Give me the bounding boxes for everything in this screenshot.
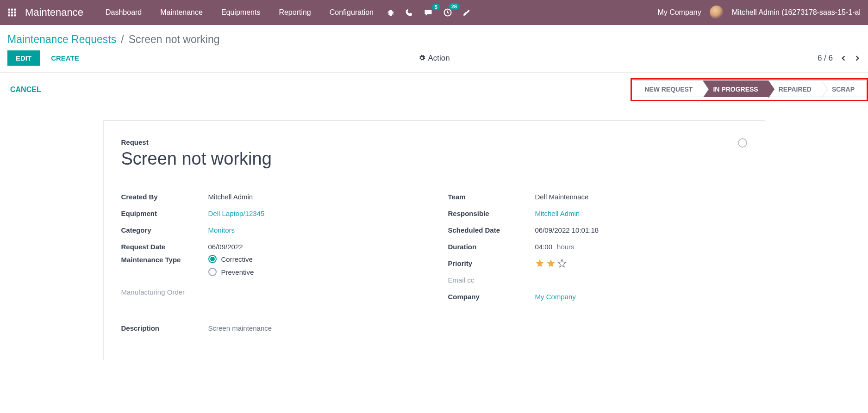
label-scheduled-date: Scheduled Date: [448, 226, 535, 234]
field-grid: Created ByMitchell Admin EquipmentDell L…: [121, 188, 747, 305]
label-manufacturing-order: Manufacturing Order: [121, 288, 208, 296]
value-description: Screen maintenance: [208, 324, 272, 332]
action-dropdown[interactable]: Action: [418, 54, 450, 63]
svg-rect-8: [14, 14, 16, 16]
breadcrumb-sep: /: [121, 33, 124, 46]
pager: 6 / 6: [818, 54, 861, 63]
status-steps: NEW REQUEST IN PROGRESS REPAIRED SCRAP: [634, 80, 865, 97]
value-team: Dell Maintennace: [535, 193, 589, 201]
priority-stars: [535, 259, 567, 268]
messages-badge: 5: [432, 4, 440, 10]
svg-rect-6: [8, 14, 10, 16]
value-scheduled-date: 06/09/2022 10:01:18: [535, 226, 599, 234]
radio-preventive-label: Preventive: [221, 268, 254, 276]
nav-icon-tray: 5 28: [387, 8, 471, 17]
label-company: Company: [448, 293, 535, 301]
value-equipment[interactable]: Dell Laptop/12345: [208, 210, 265, 217]
label-email-cc: Email cc: [448, 276, 535, 284]
left-column: Created ByMitchell Admin EquipmentDell L…: [121, 188, 420, 305]
tools-icon[interactable]: [462, 8, 471, 17]
svg-rect-7: [11, 14, 13, 16]
gear-icon: [418, 55, 425, 62]
label-responsible: Responsible: [448, 210, 535, 217]
action-label: Action: [428, 54, 450, 63]
value-company[interactable]: My Company: [535, 293, 576, 301]
value-responsible[interactable]: Mitchell Admin: [535, 210, 580, 217]
nav-configuration[interactable]: Configuration: [320, 8, 383, 17]
svg-rect-0: [8, 9, 10, 11]
value-request-date: 06/09/2022: [208, 243, 243, 251]
status-scrap[interactable]: SCRAP: [822, 80, 865, 97]
svg-rect-5: [14, 12, 16, 13]
star-2[interactable]: [546, 259, 556, 268]
status-row: CANCEL NEW REQUEST IN PROGRESS REPAIRED …: [0, 73, 868, 107]
pager-text: 6 / 6: [818, 54, 833, 63]
messages-icon[interactable]: 5: [424, 8, 433, 17]
edit-button[interactable]: EDIT: [7, 50, 40, 66]
duration-unit: hours: [557, 243, 575, 251]
bug-icon[interactable]: [387, 8, 395, 17]
label-team: Team: [448, 193, 535, 201]
apps-icon[interactable]: [7, 8, 17, 17]
create-button[interactable]: CREATE: [51, 54, 79, 62]
value-created-by: Mitchell Admin: [208, 193, 253, 201]
breadcrumb-current: Screen not working: [129, 33, 220, 46]
label-description: Description: [121, 324, 208, 332]
maintenance-type-radios: Corrective Preventive: [208, 255, 254, 281]
radio-corrective[interactable]: [208, 255, 217, 263]
divider: [0, 107, 868, 107]
pager-next[interactable]: [854, 54, 861, 63]
label-category: Category: [121, 226, 208, 234]
value-duration: 04:00: [535, 243, 553, 251]
status-highlight-box: NEW REQUEST IN PROGRESS REPAIRED SCRAP: [631, 78, 868, 101]
nav-menu: Dashboard Maintenance Equipments Reporti…: [96, 8, 383, 17]
nav-maintenance[interactable]: Maintenance: [151, 8, 212, 17]
nav-dashboard[interactable]: Dashboard: [96, 8, 151, 17]
nav-reporting[interactable]: Reporting: [269, 8, 320, 17]
record-title: Screen not working: [121, 149, 747, 169]
control-bar: EDIT CREATE Action 6 / 6: [0, 50, 868, 72]
top-navbar: Maintenance Dashboard Maintenance Equipm…: [0, 0, 868, 25]
label-equipment: Equipment: [121, 210, 208, 217]
breadcrumb-parent[interactable]: Maintenance Requests: [7, 33, 116, 46]
request-label: Request: [121, 138, 747, 146]
phone-icon[interactable]: [405, 8, 413, 17]
label-created-by: Created By: [121, 193, 208, 201]
svg-rect-4: [11, 12, 13, 13]
svg-rect-1: [11, 9, 13, 11]
value-category[interactable]: Monitors: [208, 226, 235, 234]
label-maintenance-type: Maintenance Type: [121, 255, 208, 264]
status-in-progress[interactable]: IN PROGRESS: [703, 80, 768, 97]
form-sheet: Request Screen not working Created ByMit…: [103, 120, 765, 360]
nav-equipments[interactable]: Equipments: [212, 8, 270, 17]
star-3[interactable]: [557, 259, 567, 268]
status-new-request[interactable]: NEW REQUEST: [634, 80, 703, 97]
radio-corrective-label: Corrective: [221, 255, 253, 263]
description-row: Description Screen maintenance: [121, 324, 747, 332]
breadcrumb: Maintenance Requests / Screen not workin…: [0, 25, 868, 50]
pager-prev[interactable]: [840, 54, 847, 63]
brand-title[interactable]: Maintenance: [25, 6, 83, 18]
svg-rect-3: [8, 12, 10, 13]
activities-badge: 28: [449, 3, 460, 10]
cancel-button[interactable]: CANCEL: [10, 86, 41, 94]
user-menu[interactable]: Mitchell Admin (16273178-saas-15-1-al: [732, 8, 861, 17]
svg-rect-2: [14, 9, 16, 11]
right-column: TeamDell Maintennace ResponsibleMitchell…: [448, 188, 747, 305]
nav-right: My Company Mitchell Admin (16273178-saas…: [657, 6, 861, 19]
label-request-date: Request Date: [121, 243, 208, 251]
label-priority: Priority: [448, 259, 535, 267]
star-1[interactable]: [535, 259, 544, 268]
radio-preventive[interactable]: [208, 268, 217, 276]
kanban-state-dot[interactable]: [738, 138, 747, 148]
label-duration: Duration: [448, 243, 535, 251]
activities-icon[interactable]: 28: [443, 8, 452, 17]
status-repaired[interactable]: REPAIRED: [768, 80, 822, 97]
avatar[interactable]: [710, 6, 724, 19]
company-switcher[interactable]: My Company: [657, 8, 701, 17]
